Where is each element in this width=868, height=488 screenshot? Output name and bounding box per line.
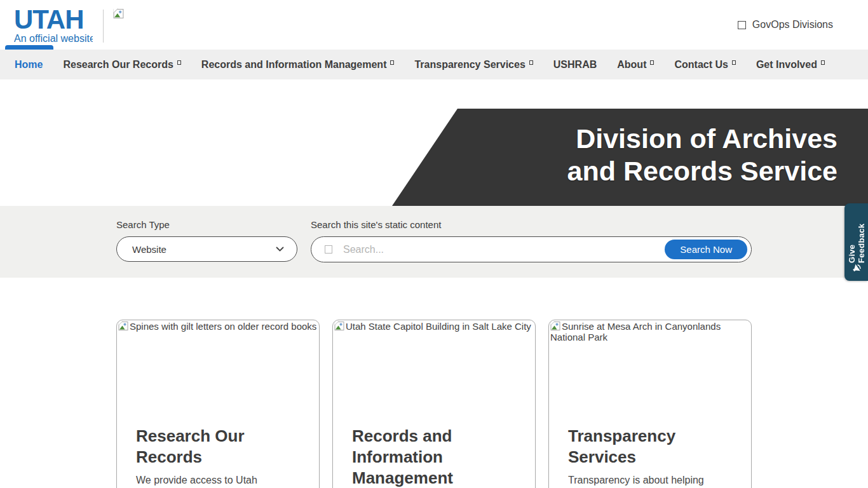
brand-area: UTAH An official website <box>0 6 124 44</box>
govops-label: GovOps Divisions <box>752 19 833 30</box>
nav-label: Research Our Records <box>63 59 173 70</box>
search-now-button[interactable]: Search Now <box>665 240 747 259</box>
broken-image-icon <box>550 321 560 331</box>
image-alt-text: Utah State Capitol Building in Salt Lake… <box>346 321 531 332</box>
search-icon <box>325 245 332 254</box>
official-website-tagline: An official website <box>14 33 93 44</box>
govops-icon <box>738 21 746 29</box>
search-section: Search Type Website Search this site's s… <box>0 206 868 278</box>
search-type-label: Search Type <box>116 219 297 230</box>
search-type-group: Search Type Website <box>116 219 297 262</box>
card-image-region: Spines with gilt letters on older record… <box>117 320 319 417</box>
active-nav-indicator <box>5 45 53 50</box>
page-title-line-2: and Records Service <box>567 155 837 187</box>
image-alt-text: Sunrise at Mesa Arch in Canyonlands Nati… <box>550 321 721 342</box>
card-description: We provide access to Utah governmental e… <box>136 473 300 488</box>
broken-image-icon <box>118 321 128 331</box>
card-records-information-management[interactable]: Utah State Capitol Building in Salt Lake… <box>332 320 536 488</box>
dropdown-caret-icon <box>529 60 533 65</box>
dropdown-caret-icon <box>390 60 394 65</box>
broken-image-icon <box>334 321 344 331</box>
nav-item-get-involved[interactable]: Get Involved <box>756 59 825 71</box>
card-transparency-services[interactable]: Sunrise at Mesa Arch in Canyonlands Nati… <box>548 320 752 488</box>
card-description: Transparency is about helping people nav… <box>568 473 732 488</box>
broken-image-icon <box>113 8 124 22</box>
nav-item-research-our-records[interactable]: Research Our Records <box>63 59 180 71</box>
nav-item-ushrab[interactable]: USHRAB <box>553 59 597 71</box>
chevron-down-icon <box>276 247 284 252</box>
give-feedback-tab[interactable]: Give Feedback <box>844 203 868 281</box>
dropdown-caret-icon <box>732 60 736 65</box>
dropdown-caret-icon <box>650 60 654 65</box>
hero-dark-banner: Division of Archives and Records Service <box>0 109 868 206</box>
nav-label: Records and Information Management <box>201 59 387 70</box>
megaphone-icon <box>851 262 862 276</box>
nav-item-transparency-services[interactable]: Transparency Services <box>414 59 532 71</box>
card-image-region: Sunrise at Mesa Arch in Canyonlands Nati… <box>549 320 751 417</box>
image-alt-text: Spines with gilt letters on older record… <box>130 321 316 332</box>
nav-label: About <box>617 59 646 70</box>
card-research-our-records[interactable]: Spines with gilt letters on older record… <box>116 320 320 488</box>
search-type-select[interactable]: Website <box>116 236 297 262</box>
nav-item-contact-us[interactable]: Contact Us <box>674 59 735 71</box>
page-title-line-1: Division of Archives <box>567 123 837 155</box>
dropdown-caret-icon <box>821 60 825 65</box>
give-feedback-label: Give Feedback <box>844 203 868 263</box>
search-type-value: Website <box>132 244 166 255</box>
hero-section: Division of Archives and Records Service <box>0 79 868 206</box>
utah-logo-text: UTAH <box>14 6 93 34</box>
site-header: UTAH An official website GovOps Division… <box>0 0 868 50</box>
card-title: Transparency Services <box>568 426 732 468</box>
nav-label: Contact Us <box>674 59 728 70</box>
nav-item-about[interactable]: About <box>617 59 654 71</box>
nav-item-records-information-management[interactable]: Records and Information Management <box>201 59 395 71</box>
dropdown-caret-icon <box>177 60 181 65</box>
card-title: Research Our Records <box>136 426 300 468</box>
search-content-label: Search this site's static content <box>311 219 752 230</box>
page-title: Division of Archives and Records Service <box>567 123 837 187</box>
card-image-region: Utah State Capitol Building in Salt Lake… <box>333 320 535 417</box>
nav-label: Transparency Services <box>414 59 525 70</box>
nav-item-home[interactable]: Home <box>15 59 43 71</box>
utah-logo[interactable]: UTAH An official website <box>14 6 93 44</box>
govops-divisions-link[interactable]: GovOps Divisions <box>738 19 868 30</box>
feature-cards: Spines with gilt letters on older record… <box>0 320 868 488</box>
main-navigation: Home Research Our Records Records and In… <box>0 50 868 79</box>
nav-label: Get Involved <box>756 59 817 70</box>
search-query-group: Search this site's static content Search… <box>311 219 752 262</box>
card-title: Records and Information Management <box>352 426 516 488</box>
header-divider <box>103 10 104 43</box>
